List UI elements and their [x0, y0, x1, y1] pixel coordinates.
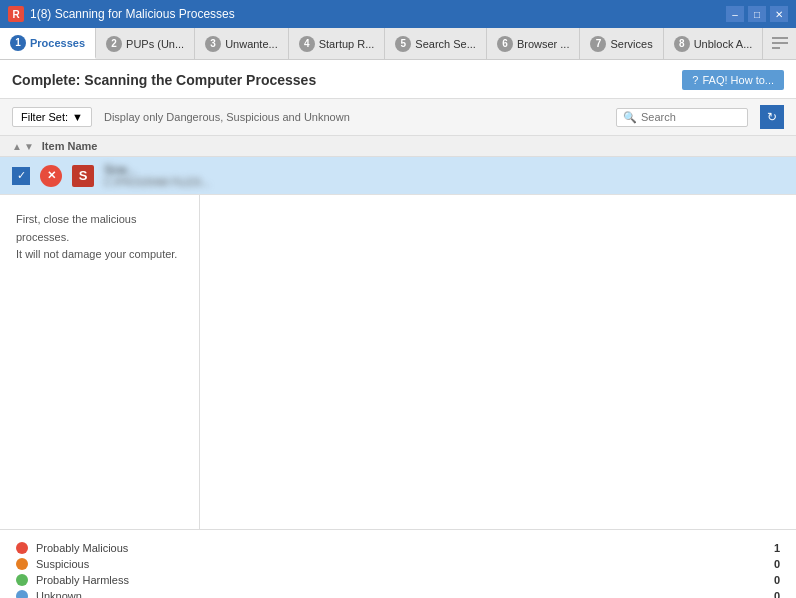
tab-num-8: 8	[674, 36, 690, 52]
filter-set-button[interactable]: Filter Set: ▼	[12, 107, 92, 127]
svg-rect-2	[772, 47, 780, 49]
tab-num-4: 4	[299, 36, 315, 52]
tab-num-1: 1	[10, 35, 26, 51]
tab-num-6: 6	[497, 36, 513, 52]
summary-dot-0	[16, 542, 28, 554]
right-panel	[200, 195, 796, 529]
window-controls: – □ ✕	[726, 6, 788, 22]
help-line-1: First, close the malicious	[16, 211, 183, 229]
filter-bar: Filter Set: ▼ Display only Dangerous, Su…	[0, 99, 796, 136]
summary-dot-3	[16, 590, 28, 598]
summary-count-3: 0	[760, 590, 780, 598]
tab-processes[interactable]: 1 Processes	[0, 28, 96, 59]
item-name: Scw...	[104, 163, 784, 177]
refresh-icon: ↻	[767, 110, 777, 124]
summary-row: Suspicious 0	[16, 556, 780, 572]
app-icon: R	[8, 6, 24, 22]
tab-unwanted[interactable]: 3 Unwante...	[195, 28, 289, 59]
summary-row: Probably Malicious 1	[16, 540, 780, 556]
item-info: Scw... C:\PROGRAM FILES\...	[104, 163, 784, 188]
summary-row: Unknown 0	[16, 588, 780, 598]
tab-num-3: 3	[205, 36, 221, 52]
sort-icons[interactable]: ▲ ▼	[12, 141, 34, 152]
faq-button[interactable]: ? FAQ! How to...	[682, 70, 784, 90]
window-title: 1(8) Scanning for Malicious Processes	[30, 7, 726, 21]
item-path: C:\PROGRAM FILES\...	[104, 177, 784, 188]
tab-startup[interactable]: 4 Startup R...	[289, 28, 386, 59]
summary-count-0: 1	[760, 542, 780, 554]
tab-end-icon	[763, 28, 796, 59]
search-icon: 🔍	[623, 111, 637, 124]
help-line-3: It will not damage your computer.	[16, 246, 183, 264]
summary-count-2: 0	[760, 574, 780, 586]
summary-row: Probably Harmless 0	[16, 572, 780, 588]
svg-rect-1	[772, 42, 788, 44]
sort-up-icon[interactable]: ▲	[12, 141, 22, 152]
search-box: 🔍	[616, 108, 748, 127]
title-bar: R 1(8) Scanning for Malicious Processes …	[0, 0, 796, 28]
summary-label-1: Suspicious	[36, 558, 752, 570]
threat-icon: ✕	[40, 165, 62, 187]
process-app-icon: S	[72, 165, 94, 187]
search-input[interactable]	[641, 111, 741, 123]
maximize-button[interactable]: □	[748, 6, 766, 22]
header: Complete: Scanning the Computer Processe…	[0, 60, 796, 99]
content-area: First, close the malicious processes. It…	[0, 195, 796, 529]
minimize-button[interactable]: –	[726, 6, 744, 22]
table-area: ▲ ▼ Item Name ✕ S Scw... C:\PROGRAM FILE…	[0, 136, 796, 195]
tab-search[interactable]: 5 Search Se...	[385, 28, 487, 59]
summary-dot-2	[16, 574, 28, 586]
tab-unblock[interactable]: 8 Unblock A...	[664, 28, 764, 59]
faq-icon: ?	[692, 74, 698, 86]
header-title: Complete: Scanning the Computer Processe…	[12, 72, 316, 88]
tab-services[interactable]: 7 Services	[580, 28, 663, 59]
tab-num-2: 2	[106, 36, 122, 52]
sort-down-icon[interactable]: ▼	[24, 141, 34, 152]
tab-num-7: 7	[590, 36, 606, 52]
tab-pups[interactable]: 2 PUPs (Un...	[96, 28, 195, 59]
summary-dot-1	[16, 558, 28, 570]
summary-count-1: 0	[760, 558, 780, 570]
summary-panel: Probably Malicious 1 Suspicious 0 Probab…	[0, 529, 796, 598]
svg-rect-0	[772, 37, 788, 39]
filter-description: Display only Dangerous, Suspicious and U…	[104, 111, 604, 123]
table-header: ▲ ▼ Item Name	[0, 136, 796, 157]
summary-label-0: Probably Malicious	[36, 542, 752, 554]
refresh-button[interactable]: ↻	[760, 105, 784, 129]
tab-bar: 1 Processes 2 PUPs (Un... 3 Unwante... 4…	[0, 28, 796, 60]
summary-label-2: Probably Harmless	[36, 574, 752, 586]
tab-browser[interactable]: 6 Browser ...	[487, 28, 581, 59]
help-line-2: processes.	[16, 229, 183, 247]
row-checkbox[interactable]	[12, 167, 30, 185]
left-panel: First, close the malicious processes. It…	[0, 195, 200, 529]
tab-num-5: 5	[395, 36, 411, 52]
close-button[interactable]: ✕	[770, 6, 788, 22]
column-item-name: Item Name	[42, 140, 98, 152]
chevron-down-icon: ▼	[72, 111, 83, 123]
summary-label-3: Unknown	[36, 590, 752, 598]
table-row[interactable]: ✕ S Scw... C:\PROGRAM FILES\...	[0, 157, 796, 195]
